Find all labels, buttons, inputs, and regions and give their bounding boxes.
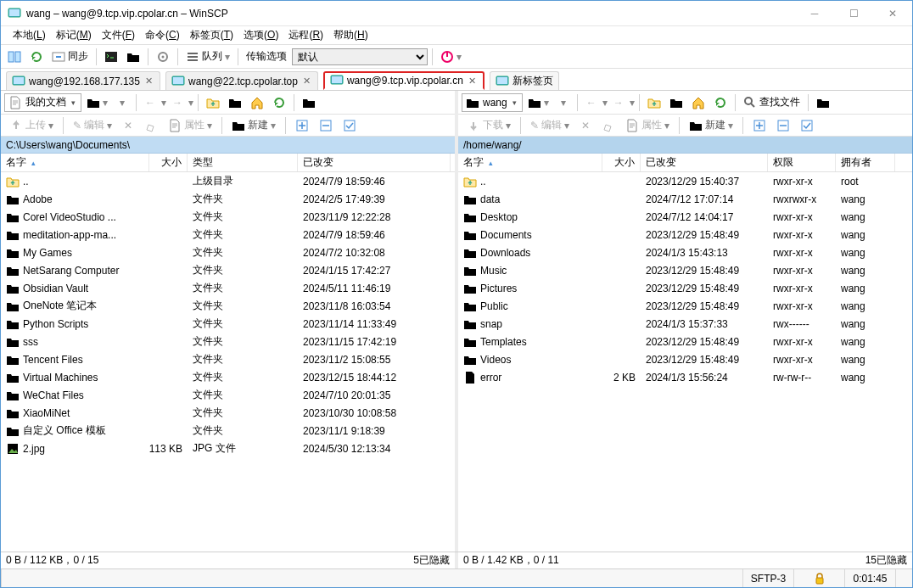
session-tab-2[interactable]: wang@9.tcp.vip.cpolar.cn✕ bbox=[323, 71, 485, 90]
local-rename-button[interactable] bbox=[141, 116, 161, 135]
menu-f[interactable]: 文件(F) bbox=[97, 26, 140, 44]
local-select-minus[interactable] bbox=[316, 116, 336, 135]
local-list[interactable]: ..上级目录2024/7/9 18:59:46Adobe文件夹2024/2/5 … bbox=[1, 172, 455, 552]
list-item[interactable]: Videos2023/12/29 15:48:49rwxr-xr-xwang bbox=[458, 350, 912, 368]
tab-close-icon[interactable]: ✕ bbox=[143, 76, 154, 87]
local-col-name[interactable]: 名字▴ bbox=[1, 154, 149, 171]
terminal-button[interactable] bbox=[101, 48, 121, 66]
remote-path[interactable]: /home/wang/ bbox=[458, 137, 912, 154]
local-new-button[interactable]: 新建 ▾ bbox=[228, 116, 279, 135]
tab-close-icon[interactable]: ✕ bbox=[467, 76, 478, 87]
remote-delete-button[interactable]: ✕ bbox=[576, 116, 595, 135]
list-item[interactable]: Tencent Files文件夹2023/11/2 15:08:55 bbox=[1, 350, 455, 368]
local-bookmark[interactable] bbox=[299, 93, 319, 112]
list-item[interactable]: Corel VideoStudio ...文件夹2023/11/9 12:22:… bbox=[1, 208, 455, 226]
list-item[interactable]: Desktop2024/7/12 14:04:17rwxr-xr-xwang bbox=[458, 208, 912, 226]
local-path[interactable]: C:\Users\wang\Documents\ bbox=[1, 137, 455, 154]
remote-col-name[interactable]: 名字▴ bbox=[458, 154, 602, 171]
list-item[interactable]: Documents2023/12/29 15:48:49rwxr-xr-xwan… bbox=[458, 226, 912, 244]
list-item[interactable]: ..上级目录2024/7/9 18:59:46 bbox=[1, 172, 455, 190]
remote-new-button[interactable]: 新建 ▾ bbox=[686, 116, 737, 135]
gear-button[interactable] bbox=[153, 48, 173, 66]
remote-root[interactable] bbox=[666, 93, 686, 112]
list-item[interactable]: 自定义 Office 模板文件夹2023/11/1 9:18:39 bbox=[1, 422, 455, 440]
remote-rename-button[interactable] bbox=[598, 116, 619, 135]
remote-select-minus[interactable] bbox=[773, 116, 793, 135]
remote-back[interactable]: ← bbox=[582, 93, 601, 112]
list-item[interactable]: OneNote 笔记本文件夹2023/11/8 16:03:54 bbox=[1, 297, 455, 315]
list-item[interactable]: data2024/7/12 17:07:14rwxrwxr-xwang bbox=[458, 190, 912, 208]
menu-l[interactable]: 本地(L) bbox=[8, 26, 51, 44]
local-drive-combo[interactable]: 我的文档 ▾ bbox=[4, 93, 81, 112]
list-item[interactable]: error2 KB2024/1/3 15:56:24rw-rw-r--wang bbox=[458, 368, 912, 386]
list-item[interactable]: ..2023/12/29 15:40:37rwxr-xr-xroot bbox=[458, 172, 912, 190]
menu-c[interactable]: 命令(C) bbox=[140, 26, 185, 44]
remote-col-perm[interactable]: 权限 bbox=[768, 154, 836, 171]
list-item[interactable]: 2.jpg113 KBJPG 文件2024/5/30 12:13:34 bbox=[1, 440, 455, 457]
upload-button[interactable]: 上传 ▾ bbox=[6, 116, 57, 135]
list-item[interactable]: Templates2023/12/29 15:48:49rwxr-xr-xwan… bbox=[458, 333, 912, 350]
local-open-folder[interactable]: ▾ bbox=[83, 93, 111, 112]
list-item[interactable]: sss文件夹2023/11/15 17:42:19 bbox=[1, 333, 455, 350]
list-item[interactable]: Public2023/12/29 15:48:49rwxr-xr-xwang bbox=[458, 297, 912, 315]
menu-m[interactable]: 标记(M) bbox=[51, 26, 97, 44]
remote-edit-button[interactable]: ✎ 编辑 ▾ bbox=[527, 116, 573, 135]
list-item[interactable]: Obsidian Vault文件夹2024/5/11 11:46:19 bbox=[1, 279, 455, 297]
menu-t[interactable]: 标签页(T) bbox=[185, 26, 238, 44]
list-item[interactable]: Virtual Machines文件夹2023/12/15 18:44:12 bbox=[1, 368, 455, 386]
queue-button[interactable]: 队列 ▾ bbox=[182, 48, 233, 66]
local-refresh[interactable] bbox=[269, 93, 289, 112]
disconnect-button[interactable]: ▾ bbox=[437, 48, 465, 66]
new-tab-button[interactable]: 新标签页 bbox=[490, 71, 559, 90]
transfer-combo[interactable]: 默认 bbox=[292, 48, 428, 65]
explore-button[interactable] bbox=[123, 48, 143, 66]
local-up-folder[interactable] bbox=[203, 93, 223, 112]
local-select-plus[interactable] bbox=[292, 116, 312, 135]
remote-select-check[interactable] bbox=[797, 116, 817, 135]
local-back[interactable]: ← bbox=[141, 93, 160, 112]
layout-button[interactable] bbox=[4, 48, 25, 66]
sync-browse-button[interactable] bbox=[26, 48, 47, 66]
close-button[interactable]: ✕ bbox=[873, 1, 912, 25]
list-item[interactable]: snap2024/1/3 15:37:33rwx------wang bbox=[458, 315, 912, 333]
local-home[interactable] bbox=[247, 93, 267, 112]
remote-col-changed[interactable]: 已改变 bbox=[641, 154, 768, 171]
list-item[interactable]: NetSarang Computer文件夹2024/1/15 17:42:27 bbox=[1, 261, 455, 279]
session-tab-0[interactable]: wang@192.168.177.135✕ bbox=[6, 71, 160, 90]
list-item[interactable]: WeChat Files文件夹2024/7/10 20:01:35 bbox=[1, 386, 455, 404]
sync-button[interactable]: 同步 bbox=[48, 48, 92, 66]
remote-up-folder[interactable] bbox=[644, 93, 664, 112]
remote-find-button[interactable]: 查找文件 bbox=[740, 93, 804, 112]
menu-h[interactable]: 帮助(H) bbox=[328, 26, 373, 44]
list-item[interactable]: Pictures2023/12/29 15:48:49rwxr-xr-xwang bbox=[458, 279, 912, 297]
remote-nav-dd[interactable]: ▾ bbox=[554, 93, 573, 112]
session-tab-1[interactable]: wang@22.tcp.cpolar.top✕ bbox=[165, 71, 318, 90]
remote-col-size[interactable]: 大小 bbox=[602, 154, 641, 171]
list-item[interactable]: Downloads2024/1/3 15:43:13rwxr-xr-xwang bbox=[458, 244, 912, 261]
menu-r[interactable]: 远程(R) bbox=[283, 26, 328, 44]
remote-bookmark[interactable] bbox=[813, 93, 833, 112]
remote-dir-combo[interactable]: wang ▾ bbox=[462, 93, 523, 112]
menu-o[interactable]: 选项(O) bbox=[238, 26, 283, 44]
remote-properties-button[interactable]: 属性 ▾ bbox=[622, 116, 673, 135]
remote-col-owner[interactable]: 拥有者 bbox=[836, 154, 895, 171]
list-item[interactable]: meditation-app-ma...文件夹2024/7/9 18:59:46 bbox=[1, 226, 455, 244]
local-col-changed[interactable]: 已改变 bbox=[298, 154, 451, 171]
local-col-size[interactable]: 大小 bbox=[149, 154, 188, 171]
remote-select-plus[interactable] bbox=[749, 116, 770, 135]
local-root[interactable] bbox=[225, 93, 245, 112]
remote-list[interactable]: ..2023/12/29 15:40:37rwxr-xr-xrootdata20… bbox=[458, 172, 912, 552]
remote-open-folder[interactable]: ▾ bbox=[524, 93, 552, 112]
local-nav-dd[interactable]: ▾ bbox=[113, 93, 132, 112]
remote-home[interactable] bbox=[688, 93, 709, 112]
list-item[interactable]: Python Scripts文件夹2023/11/14 11:33:49 bbox=[1, 315, 455, 333]
list-item[interactable]: Adobe文件夹2024/2/5 17:49:39 bbox=[1, 190, 455, 208]
local-select-check[interactable] bbox=[339, 116, 360, 135]
local-delete-button[interactable]: ✕ bbox=[119, 116, 137, 135]
minimize-button[interactable]: ─ bbox=[795, 1, 834, 25]
local-forward[interactable]: → bbox=[168, 93, 187, 112]
local-col-type[interactable]: 类型 bbox=[188, 154, 298, 171]
list-item[interactable]: Music2023/12/29 15:48:49rwxr-xr-xwang bbox=[458, 261, 912, 279]
list-item[interactable]: My Games文件夹2024/7/2 10:32:08 bbox=[1, 244, 455, 261]
maximize-button[interactable]: ☐ bbox=[834, 1, 873, 25]
